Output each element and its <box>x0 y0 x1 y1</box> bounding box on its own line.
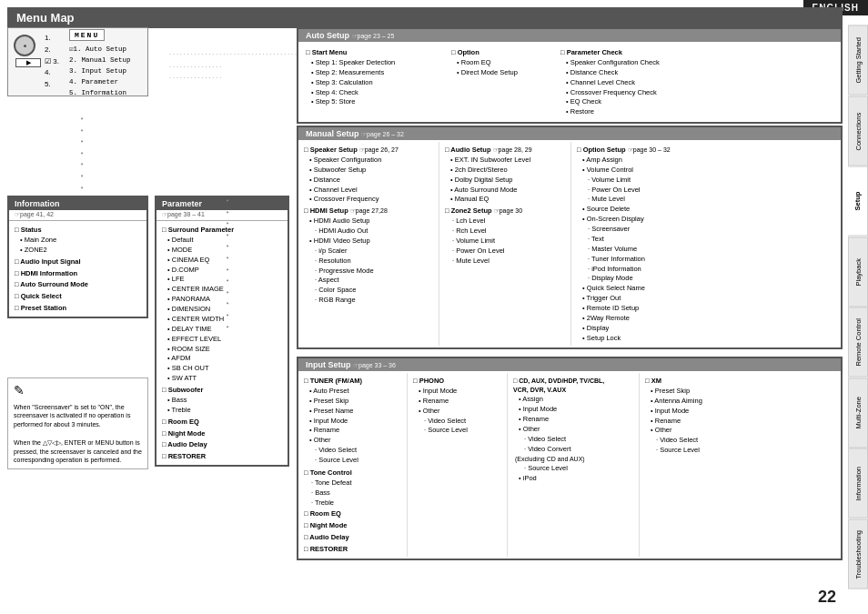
dots-connector-auto: ........................................… <box>169 47 297 57</box>
auto-setup-header: Auto Setup ☞page 23 – 25 <box>298 29 841 42</box>
side-tab-setup[interactable]: Setup <box>848 166 868 237</box>
manual-setup-content: Speaker Setup ☞page 26, 27 Speaker Confi… <box>298 140 841 347</box>
knob-icon <box>14 35 35 56</box>
side-tab-playback[interactable]: Playback <box>848 237 868 307</box>
side-tab-getting-started[interactable]: Getting Started <box>848 25 868 96</box>
parameter-page-ref: ☞page 38 – 41 <box>156 210 288 221</box>
main-content: ▶ 1. 2. ☑ 3. 4. 5. MENU ☑1. Auto Setup 2… <box>7 27 843 587</box>
input-xm-col: XM Preset Skip Antenna Aiming Input Mode… <box>640 373 708 557</box>
information-content: Status Main Zone ZONE2 Audio Input Signa… <box>9 221 146 317</box>
dots-connector-manual: ............... <box>169 60 297 70</box>
side-tab-remote-control[interactable]: Remote Control <box>848 307 868 377</box>
input-setup-panel: Input Setup ☞page 33 – 36 TUNER (FM/AM) … <box>297 357 843 560</box>
vertical-dots-middle: •••••••••••• <box>226 196 229 333</box>
auto-setup-panel: Auto Setup ☞page 23 – 25 Start Menu Step… <box>297 27 843 124</box>
menu-items-list: ☑1. Auto Setup 2. Manual Setup 3. Input … <box>69 44 169 98</box>
information-box: Information ☞page 41, 42 Status Main Zon… <box>7 196 148 318</box>
dots-connector-input: ............... <box>169 73 297 79</box>
parameter-header: Parameter <box>156 197 288 210</box>
page-number: 22 <box>818 588 836 607</box>
input-setup-header: Input Setup ☞page 33 – 36 <box>298 358 841 371</box>
menu-numbers: 1. 2. ☑ 3. 4. 5. <box>45 33 59 91</box>
vertical-dots-left: •••••••• <box>80 114 84 206</box>
manual-setup-panel: Manual Setup ☞page 26 – 32 Speaker Setup… <box>297 126 843 349</box>
note-text: When "Screensaver" is set to "ON", the s… <box>14 403 142 466</box>
manual-speaker-hdmi-col: Speaker Setup ☞page 26, 27 Speaker Confi… <box>298 142 439 346</box>
side-tab-multi-zone[interactable]: Multi-Zone <box>848 378 868 448</box>
parameter-box: Parameter ☞page 38 – 41 Surround Paramet… <box>155 196 289 467</box>
input-phono-col: PHONO Input Mode Rename Other · Video Se… <box>408 373 508 557</box>
side-tabs: Getting Started Connections Setup Playba… <box>848 25 868 589</box>
side-tab-information[interactable]: Information <box>848 448 868 518</box>
input-tuner-col: TUNER (FM/AM) Auto Preset Preset Skip Pr… <box>298 373 408 557</box>
auto-setup-option: Option Room EQ Direct Mode Setup <box>444 45 553 119</box>
manual-option-col: Option Setup ☞page 30 – 32 Amp Assign Vo… <box>571 142 676 346</box>
manual-audio-zone-col: Audio Setup ☞page 28, 29 EXT. IN Subwoof… <box>439 142 571 346</box>
note-icon: ✎ <box>14 382 142 400</box>
information-header: Information <box>9 197 146 210</box>
auto-setup-content: Start Menu Step 1: Speaker Detection Ste… <box>298 42 841 122</box>
note-box: ✎ When "Screensaver" is set to "ON", the… <box>7 377 148 469</box>
auto-setup-param-check: Parameter Check Speaker Configuration Ch… <box>553 45 667 119</box>
knob-area: ▶ <box>14 35 41 67</box>
input-cd-col: CD, AUX, DVD/HDP, TV/CBL, VCR, DVR, V.AU… <box>508 373 640 557</box>
information-page-ref: ☞page 41, 42 <box>9 210 146 221</box>
manual-setup-header: Manual Setup ☞page 26 – 32 <box>298 127 841 140</box>
auto-setup-start-menu: Start Menu Step 1: Speaker Detection Ste… <box>298 45 444 119</box>
side-tab-troubleshooting[interactable]: Troubleshooting <box>848 519 868 589</box>
input-setup-content: TUNER (FM/AM) Auto Preset Preset Skip Pr… <box>298 371 841 559</box>
side-tab-connections[interactable]: Connections <box>848 96 868 166</box>
parameter-content: Surround Parameter Default MODE CINEMA E… <box>156 221 288 465</box>
page-title: Menu Map <box>7 7 843 28</box>
menu-label: MENU <box>69 29 105 41</box>
